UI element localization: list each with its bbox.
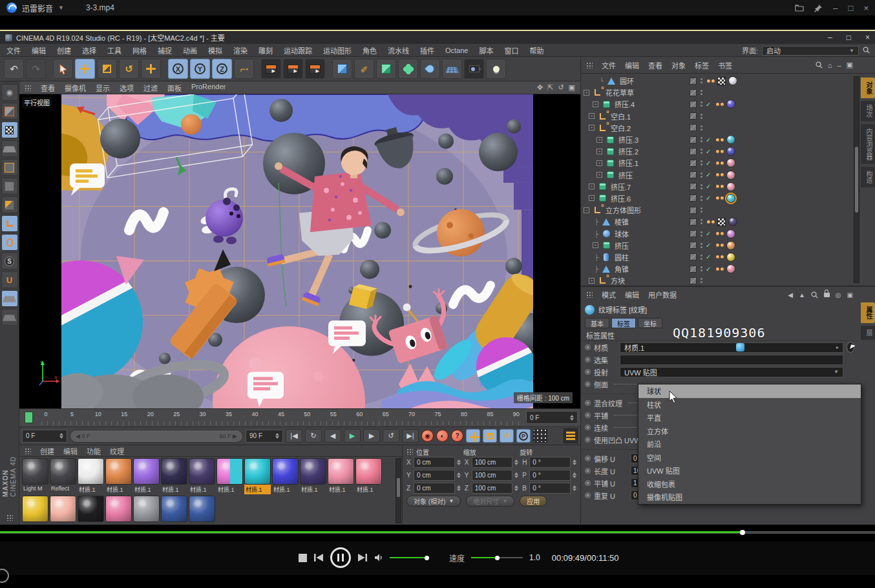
side-tab[interactable]: 构造 [861, 167, 875, 187]
dropdown-option[interactable]: 平直 [638, 411, 861, 425]
attribute-tab[interactable]: 坐标 [638, 318, 662, 328]
scale-tool[interactable] [97, 59, 117, 79]
render-view-button[interactable] [261, 59, 281, 79]
tree-expander[interactable]: + [589, 195, 595, 201]
view-label[interactable]: 平行视图 [22, 97, 52, 108]
chevron-down-icon[interactable]: ▼ [58, 5, 64, 11]
tree-expander[interactable]: ├ [593, 254, 600, 260]
folder-icon[interactable] [795, 4, 804, 12]
search-icon[interactable] [863, 47, 870, 55]
side-tab[interactable]: 对象 [861, 78, 875, 98]
object-row[interactable]: − 立方体图形 ✓ [581, 204, 875, 216]
menu-item[interactable]: 角色 [363, 45, 377, 56]
object-name[interactable]: 挤压 [615, 240, 629, 251]
object-row[interactable]: + 方块 ✓ [581, 275, 875, 286]
object-menu-item[interactable]: 文件 [602, 60, 616, 70]
material-item[interactable] [105, 496, 132, 522]
texture-tag-icon[interactable] [707, 220, 715, 224]
x-axis-lock-button[interactable]: X [168, 59, 188, 79]
object-row[interactable]: + 挤压 ✓ [581, 240, 875, 251]
object-row[interactable]: + 挤压.2 ✓ [581, 145, 875, 157]
rotation-input[interactable]: 0 ° [529, 457, 571, 468]
viewport-menu-item[interactable]: ProRender [191, 83, 226, 93]
texture-tag-icon[interactable] [707, 79, 715, 83]
material-item[interactable]: 材质.1 [244, 458, 271, 494]
enabled-check-icon[interactable]: ✓ [706, 194, 712, 202]
apply-button[interactable]: 应用 [520, 496, 547, 507]
z-axis-lock-button[interactable]: Z [212, 59, 232, 79]
search-icon[interactable] [816, 61, 823, 68]
dropdown-option[interactable]: 前沿 [638, 437, 861, 451]
rotation-input[interactable]: 0 ° [529, 470, 571, 481]
material-item[interactable]: 材质.1 [355, 458, 382, 494]
editor-visibility-toggle[interactable] [690, 136, 697, 143]
tree-expander[interactable]: + [596, 172, 602, 178]
side-tab[interactable]: 属性 [861, 302, 875, 323]
dropdown-option[interactable]: UVW 贴图 [638, 464, 861, 478]
object-row[interactable]: ├ 球体 ✓ [581, 227, 875, 239]
attribute-menu-item[interactable]: 编辑 [625, 289, 639, 300]
side-tab[interactable]: 层 [861, 326, 875, 340]
autokey-button[interactable]: ◐ [436, 430, 448, 442]
texture-mode-button[interactable] [1, 121, 18, 138]
enabled-check-icon[interactable]: ✓ [706, 230, 712, 237]
lock-icon[interactable] [824, 293, 830, 297]
visibility-dots[interactable] [699, 101, 703, 107]
preview-range-slider[interactable]: ◀ 0 F90 F ▶ [70, 430, 243, 443]
position-input[interactable]: 0 cm [414, 483, 455, 494]
viewport-menu-item[interactable]: 显示 [96, 83, 110, 93]
viewport-menu-item[interactable]: 查看 [41, 83, 55, 93]
viewport-pan-icon[interactable]: ✥ [537, 83, 543, 92]
home-icon[interactable]: ⌂ [828, 61, 832, 69]
material-tag-icon[interactable] [726, 158, 735, 167]
material-item[interactable] [133, 496, 160, 522]
editor-visibility-toggle[interactable] [690, 183, 697, 190]
axis-mode-button[interactable] [1, 215, 18, 232]
player-maximize-button[interactable]: □ [849, 3, 854, 13]
object-row[interactable]: + 挤压.7 ✓ [581, 181, 875, 193]
enabled-check-icon[interactable]: ✓ [706, 183, 712, 190]
material-item[interactable]: 材质.1 [78, 458, 104, 494]
camera-button[interactable] [464, 59, 484, 79]
material-scrollbar[interactable] [395, 458, 401, 523]
previous-button[interactable] [313, 553, 324, 562]
key-position-button[interactable] [466, 429, 480, 443]
minus-icon[interactable]: – [837, 61, 841, 69]
position-input[interactable]: 0 cm [414, 457, 455, 468]
dropdown-option[interactable]: 收缩包裹 [638, 478, 861, 491]
material-item[interactable]: 材质.1 [133, 458, 160, 494]
enabled-check-icon[interactable]: ✓ [706, 242, 712, 249]
texture-tag-icon[interactable] [716, 268, 724, 271]
tree-expander[interactable]: + [596, 160, 602, 166]
object-row[interactable]: + 花花草草 ✓ [581, 87, 875, 98]
object-row[interactable]: ├ 圆柱 ✓ [581, 251, 875, 263]
y-axis-lock-button[interactable]: Y [190, 59, 210, 79]
texture-tag-icon[interactable] [716, 232, 724, 235]
polygons-mode-button[interactable] [1, 196, 18, 213]
material-tag-icon[interactable] [726, 147, 735, 156]
material-item[interactable]: Light M [22, 458, 48, 494]
viewport-menu-item[interactable]: 摄像机 [65, 83, 86, 93]
player-app-name[interactable]: 迅雷影音 [22, 3, 53, 14]
object-row[interactable]: + 挤压.4 ✓ [581, 98, 875, 110]
panel-grid-icon[interactable] [25, 448, 31, 454]
menu-item[interactable]: 插件 [420, 45, 434, 56]
object-menu-item[interactable]: 编辑 [625, 60, 639, 70]
object-menu-item[interactable]: 查看 [648, 60, 662, 70]
key-pla-button[interactable] [533, 429, 547, 443]
texture-tag-icon[interactable] [716, 138, 724, 142]
menu-item[interactable]: 运动跟踪 [284, 45, 312, 56]
material-item[interactable]: Reflect [50, 458, 76, 494]
viewport-rotate-icon[interactable]: ↺ [558, 83, 564, 92]
tree-expander[interactable]: + [589, 113, 595, 119]
texture-tag-icon[interactable] [716, 162, 724, 165]
viewport-toggle-icon[interactable]: ▣ [569, 83, 575, 92]
workplane-mode-button[interactable] [1, 140, 18, 157]
last-tool[interactable] [141, 59, 161, 79]
object-name[interactable]: 挤压 [618, 170, 633, 180]
material-item[interactable]: 材质.1 [189, 458, 215, 494]
object-name[interactable]: 圆柱 [615, 252, 629, 262]
player-minimize-button[interactable]: – [833, 3, 838, 13]
loop-button[interactable]: ↻ [305, 429, 322, 443]
enabled-check-icon[interactable]: ✓ [706, 136, 712, 143]
